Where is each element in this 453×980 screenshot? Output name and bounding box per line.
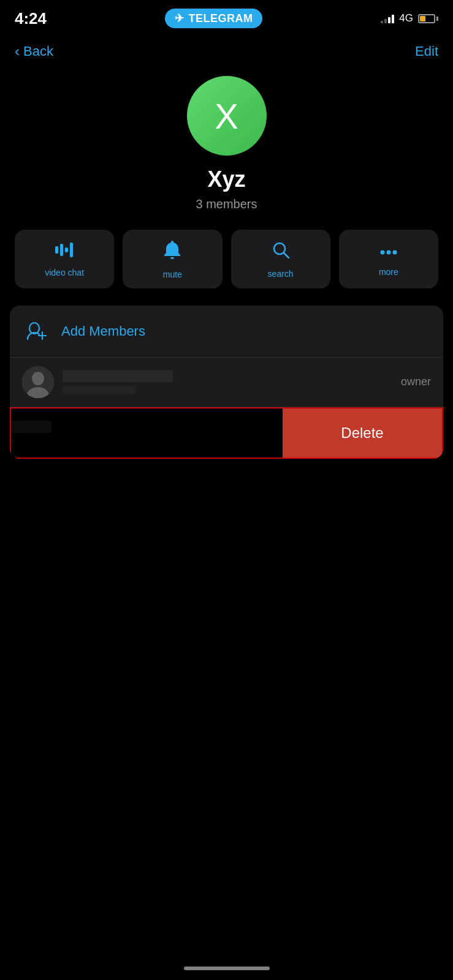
video-chat-button[interactable]: video chat xyxy=(15,230,114,288)
delete-button[interactable]: Delete xyxy=(283,409,442,458)
add-members-icon xyxy=(22,317,51,346)
status-right: 4G xyxy=(381,12,438,24)
video-chat-label: video chat xyxy=(45,268,84,278)
signal-bar-3 xyxy=(388,17,390,23)
profile-section: X Xyz 3 members xyxy=(0,70,453,230)
svg-rect-3 xyxy=(70,243,73,257)
more-icon xyxy=(380,244,397,261)
member-count: 3 members xyxy=(196,197,257,211)
member-name-2 xyxy=(10,421,51,433)
member-row-2[interactable]: S xyxy=(10,409,319,458)
telegram-icon: ✈ xyxy=(175,12,185,25)
action-buttons: video chat mute search more xyxy=(0,230,453,288)
back-chevron-icon: ‹ xyxy=(15,43,20,60)
nav-bar: ‹ Back Edit xyxy=(0,33,453,70)
member-status-1 xyxy=(63,386,136,394)
search-label: search xyxy=(268,269,294,279)
signal-bar-2 xyxy=(384,19,387,23)
member-role-1: owner xyxy=(401,375,431,388)
search-icon xyxy=(272,241,289,263)
home-indicator xyxy=(184,967,270,970)
group-name: Xyz xyxy=(207,167,245,192)
status-time: 4:24 xyxy=(15,9,47,28)
svg-point-6 xyxy=(380,250,384,254)
telegram-name: TELEGRAM xyxy=(188,12,253,25)
network-type: 4G xyxy=(399,12,413,24)
avatar-letter: X xyxy=(215,96,238,137)
bell-icon xyxy=(164,241,181,263)
svg-rect-1 xyxy=(60,244,63,256)
delete-label: Delete xyxy=(341,424,383,442)
back-button[interactable]: ‹ Back xyxy=(15,43,53,60)
battery-body xyxy=(418,14,435,23)
video-chat-icon xyxy=(55,243,74,262)
signal-bars xyxy=(381,13,394,23)
status-bar: 4:24 ✈ TELEGRAM 4G xyxy=(0,0,453,33)
status-center: ✈ TELEGRAM xyxy=(165,9,263,28)
svg-rect-0 xyxy=(55,246,58,254)
member-info-1 xyxy=(63,370,401,394)
mute-button[interactable]: mute xyxy=(123,230,222,288)
swipe-row-container: S Delete xyxy=(10,407,443,459)
search-button[interactable]: search xyxy=(231,230,330,288)
battery-tip xyxy=(436,17,438,21)
member-info-2 xyxy=(10,421,307,445)
member-name-1 xyxy=(63,370,173,382)
svg-point-8 xyxy=(392,250,397,254)
telegram-badge: ✈ TELEGRAM xyxy=(165,9,263,28)
avatar: X xyxy=(187,76,267,156)
add-members-button[interactable]: Add Members xyxy=(10,306,443,358)
add-members-label: Add Members xyxy=(61,323,145,339)
signal-bar-1 xyxy=(381,21,383,23)
back-label: Back xyxy=(23,43,53,59)
signal-bar-4 xyxy=(392,15,394,23)
svg-rect-15 xyxy=(22,366,54,398)
svg-rect-2 xyxy=(65,247,68,252)
member-row[interactable]: owner xyxy=(10,358,443,407)
members-section: Add Members owner S xyxy=(10,306,443,459)
battery-icon xyxy=(418,14,438,23)
member-status-2 xyxy=(10,437,15,445)
svg-point-7 xyxy=(386,250,390,254)
more-button[interactable]: more xyxy=(339,230,438,288)
member-avatar-1 xyxy=(22,366,54,398)
svg-line-5 xyxy=(284,253,289,258)
more-label: more xyxy=(379,267,398,277)
edit-button[interactable]: Edit xyxy=(415,43,438,59)
mute-label: mute xyxy=(163,270,182,280)
battery-fill xyxy=(420,16,425,21)
